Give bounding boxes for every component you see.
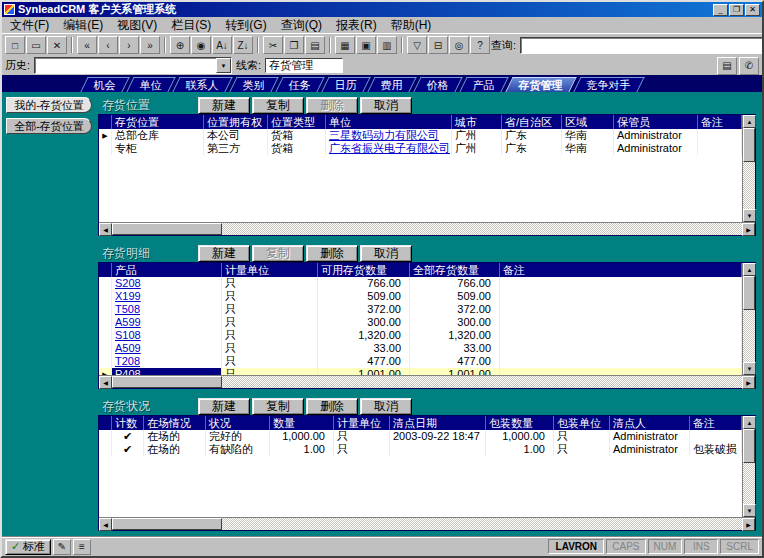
tab-日历[interactable]: 日历 (321, 77, 370, 92)
row-marker[interactable] (99, 277, 112, 290)
cell[interactable]: 货箱 (268, 129, 326, 142)
cell[interactable]: 在场的 (144, 430, 206, 443)
menu-item-4[interactable]: 转到(G) (218, 16, 273, 35)
cell[interactable]: Administrator (610, 430, 690, 443)
scroll-left-button[interactable]: ◀ (99, 376, 112, 389)
sort-asc-icon[interactable]: A↓ (212, 36, 232, 54)
cell[interactable]: T508 (112, 303, 222, 316)
cell-link[interactable]: S108 (115, 329, 141, 341)
delete-button[interactable]: 删除 (306, 398, 358, 415)
cell[interactable]: 509.00 (410, 290, 500, 303)
tab-费用[interactable]: 费用 (367, 77, 416, 92)
cell[interactable]: ✔ (112, 430, 144, 443)
open-icon[interactable]: ▭ (26, 36, 46, 54)
cell[interactable]: Administrator (614, 142, 698, 155)
copy-button[interactable]: 复制 (252, 97, 304, 114)
cell[interactable]: 只 (222, 303, 318, 316)
row-marker[interactable] (99, 290, 112, 303)
thread-input[interactable]: 存货管理 (265, 58, 343, 73)
cell[interactable] (500, 329, 742, 342)
sidebar-item-我的-存货位置[interactable]: 我的-存货位置 (6, 97, 92, 113)
cell-link[interactable]: T508 (115, 303, 140, 315)
cell[interactable]: 只 (554, 443, 610, 456)
cell[interactable]: Administrator (614, 129, 698, 142)
row-marker[interactable] (99, 342, 112, 355)
new-button[interactable]: 新建 (198, 245, 250, 262)
cell[interactable]: 300.00 (318, 316, 410, 329)
cell[interactable]: A509 (112, 342, 222, 355)
cell[interactable]: 只 (222, 290, 318, 303)
zoom-icon[interactable]: ⊕ (170, 36, 190, 54)
cell[interactable]: 广州 (452, 142, 502, 155)
row-marker[interactable] (99, 316, 112, 329)
row-marker[interactable]: ▶ (99, 129, 112, 142)
print-icon[interactable]: ⊟ (428, 36, 448, 54)
cell[interactable] (500, 290, 742, 303)
cell[interactable]: S108 (112, 329, 222, 342)
tab-联系人[interactable]: 联系人 (172, 77, 232, 92)
menu-item-0[interactable]: 文件(F) (3, 16, 56, 35)
delete-icon[interactable]: ✕ (47, 36, 67, 54)
cell[interactable]: 477.00 (318, 355, 410, 368)
cell[interactable]: 300.00 (410, 316, 500, 329)
row-marker[interactable] (99, 355, 112, 368)
cell[interactable]: 509.00 (318, 290, 410, 303)
cell-link[interactable]: 广东省振兴电子有限公司 (329, 142, 450, 154)
menu-item-6[interactable]: 报表(R) (329, 16, 384, 35)
scroll-up-button[interactable]: ▲ (743, 416, 756, 429)
scroll-left-button[interactable]: ◀ (99, 518, 112, 531)
scroll-up-button[interactable]: ▲ (743, 263, 756, 276)
new-button[interactable]: 新建 (198, 97, 250, 114)
cell-link[interactable]: X199 (115, 290, 141, 302)
tab-任务[interactable]: 任务 (275, 77, 324, 92)
cell[interactable]: 372.00 (410, 303, 500, 316)
cell[interactable]: 只 (222, 277, 318, 290)
find-record-icon[interactable]: ◎ (449, 36, 469, 54)
tab-机会[interactable]: 机会 (80, 77, 129, 92)
restore-button[interactable]: ❐ (729, 4, 744, 16)
scrollbar-thumb[interactable] (112, 376, 222, 388)
cell[interactable]: 1.00 (486, 443, 554, 456)
query-combobox[interactable]: ▼ (520, 37, 764, 54)
help-icon[interactable]: ? (470, 36, 490, 54)
form-view-icon[interactable]: ▣ (356, 36, 376, 54)
tab-单位[interactable]: 单位 (126, 77, 175, 92)
cell-link[interactable]: T208 (115, 355, 140, 367)
cell[interactable]: 华南 (562, 129, 614, 142)
cell[interactable]: 华南 (562, 142, 614, 155)
scroll-up-button[interactable]: ▲ (743, 115, 756, 128)
cell[interactable]: 1,000.00 (270, 430, 334, 443)
cell[interactable]: T208 (112, 355, 222, 368)
tab-价格[interactable]: 价格 (413, 77, 462, 92)
cell[interactable]: 只 (222, 355, 318, 368)
scrollbar-track[interactable] (112, 518, 742, 530)
cell[interactable]: 广东 (502, 142, 562, 155)
cell[interactable]: 1,320.00 (410, 329, 500, 342)
scrollbar-track[interactable] (743, 429, 755, 504)
scrollbar-track[interactable] (743, 276, 755, 362)
vertical-scrollbar[interactable]: ▲ ▼ (742, 115, 755, 222)
cell[interactable] (500, 355, 742, 368)
cell[interactable]: 总部仓库 (112, 129, 204, 142)
contact-card-icon[interactable]: ▤ (717, 57, 737, 75)
scrollbar-track[interactable] (112, 223, 742, 235)
cut-icon[interactable]: ✂ (263, 36, 283, 54)
cell[interactable]: 1,001.00 (318, 368, 410, 375)
menu-item-1[interactable]: 编辑(E) (56, 16, 110, 35)
cell[interactable]: 有缺陷的 (206, 443, 270, 456)
scrollbar-thumb[interactable] (743, 429, 755, 463)
cell[interactable]: 只 (334, 430, 390, 443)
find-icon[interactable]: ◉ (191, 36, 211, 54)
tab-竞争对手[interactable]: 竞争对手 (573, 77, 644, 92)
scroll-right-button[interactable]: ▶ (742, 223, 755, 236)
delete-button[interactable]: 删除 (306, 245, 358, 262)
cell[interactable]: Administrator (610, 443, 690, 456)
cell[interactable]: 广东 (502, 129, 562, 142)
row-marker[interactable] (99, 443, 112, 456)
scrollbar-track[interactable] (743, 128, 755, 209)
paste-icon[interactable]: ▤ (305, 36, 325, 54)
minimize-button[interactable]: _ (713, 4, 728, 16)
scroll-down-button[interactable]: ▼ (743, 362, 756, 375)
cell[interactable] (500, 277, 742, 290)
row-marker[interactable] (99, 329, 112, 342)
